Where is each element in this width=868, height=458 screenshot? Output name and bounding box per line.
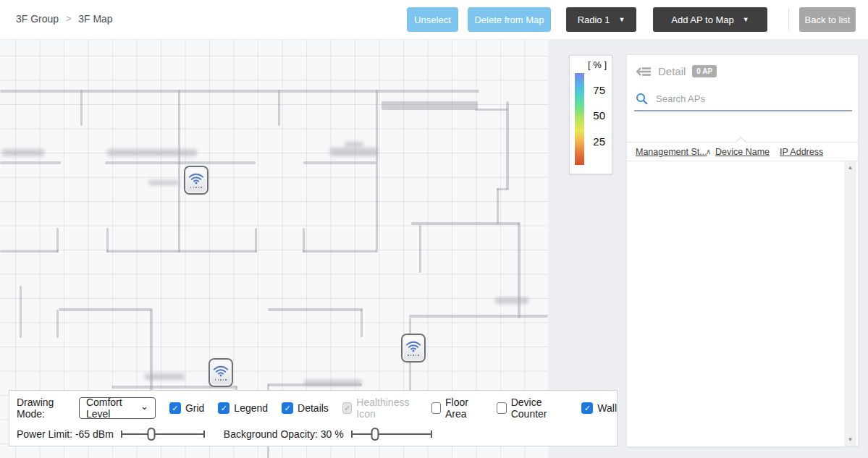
smudge-segment [495, 297, 528, 304]
drawing-mode-value: Comfort Level [86, 396, 140, 420]
smudge-segment [145, 373, 185, 380]
breadcrumb-separator: > [66, 14, 71, 24]
legend-tick-25: 25 [593, 135, 605, 148]
wall-segment [111, 386, 237, 389]
slider-thumb[interactable] [147, 428, 155, 441]
wall-segment [303, 250, 376, 253]
wall-segment [0, 90, 479, 93]
radio-dropdown-label: Radio 1 [578, 14, 610, 25]
wall-segment [361, 308, 363, 337]
slider-track [351, 433, 432, 435]
smudge-segment [345, 142, 363, 147]
delete-from-map-button[interactable]: Delete from Map [468, 7, 551, 32]
slider-track [121, 433, 205, 435]
smudge-segment [330, 148, 378, 156]
drawing-mode-select[interactable]: Comfort Level ⌄ [79, 397, 156, 419]
ap-icon[interactable] [403, 335, 424, 361]
ap-label-dots [408, 355, 420, 356]
wifi-icon [405, 340, 421, 352]
search-underline [634, 110, 852, 111]
scroll-up-icon[interactable]: ▲ [848, 161, 854, 174]
ap-label-dots [215, 379, 227, 381]
wall-segment [0, 161, 61, 164]
slider-end-cap [351, 431, 353, 438]
wall-segment [106, 228, 109, 253]
map-controls-panel: Drawing Mode: Comfort Level ⌄ Grid Legen… [9, 390, 618, 446]
ap-icon[interactable] [185, 167, 207, 193]
back-to-list-button[interactable]: Back to list [799, 7, 856, 32]
checkbox-floor-area[interactable]: Floor Area [431, 396, 484, 420]
unselect-button[interactable]: Unselect [407, 7, 458, 32]
legend-tick-75: 75 [593, 84, 605, 96]
wall-segment [80, 90, 83, 126]
slider-thumb[interactable] [371, 428, 379, 441]
checkbox-label: Legend [234, 402, 268, 414]
checkbox-grid[interactable]: Grid [169, 402, 204, 414]
checkbox-legend[interactable]: Legend [218, 402, 268, 414]
checkbox-wall[interactable]: Wall [581, 402, 617, 414]
search-icon [636, 93, 648, 105]
wall-segment [382, 101, 478, 110]
checkbox-box [342, 402, 352, 414]
collapse-panel-icon[interactable] [636, 66, 652, 77]
header-notch [736, 137, 747, 148]
wall-segment [278, 90, 280, 126]
scroll-down-icon[interactable]: ▼ [848, 433, 854, 446]
checkbox-box [497, 402, 506, 414]
checkbox-details[interactable]: Details [282, 402, 329, 414]
wall-segment [59, 308, 151, 311]
legend-box: [ % ] 75 50 25 [569, 55, 612, 174]
table-header-row: Management St... ∧ Device Name IP Addres… [627, 142, 858, 161]
wall-segment [419, 225, 421, 273]
checkbox-device-counter[interactable]: Device Counter [497, 396, 568, 420]
table-scrollbar[interactable]: ▲ ▼ [844, 161, 856, 446]
ap-label-dots [190, 187, 203, 188]
bg-opacity-slider[interactable] [351, 427, 432, 441]
search-input[interactable] [656, 93, 830, 104]
top-toolbar: 3F Group > 3F Map Unselect Delete from M… [0, 0, 868, 40]
checkbox-label: Grid [185, 402, 204, 414]
bg-opacity-label: Background Opacity: 30 % [224, 428, 344, 440]
add-ap-dropdown[interactable]: Add AP to Map ▼ [653, 7, 767, 32]
column-header-device-name[interactable]: Device Name [715, 147, 770, 157]
checkbox-box [282, 402, 293, 414]
checkbox-box [581, 402, 593, 414]
wall-segment [255, 228, 257, 253]
wall-segment [106, 250, 257, 253]
add-ap-dropdown-label: Add AP to Map [671, 14, 734, 25]
power-limit-slider[interactable] [121, 427, 205, 441]
checkbox-healthiness-icon: Healthiness Icon [342, 396, 418, 420]
slider-end-cap [121, 431, 122, 438]
chevron-down-icon: ⌄ [140, 401, 148, 412]
wall-segment [475, 109, 508, 111]
detail-panel-title: Detail [658, 65, 686, 77]
wall-segment [303, 161, 376, 164]
wall-segment [409, 315, 548, 318]
checkbox-box [169, 402, 181, 414]
ap-icon[interactable] [210, 360, 232, 386]
caret-down-icon: ▼ [618, 16, 625, 23]
ap-count-badge: 0 AP [692, 65, 717, 77]
checkbox-label: Wall [597, 402, 617, 414]
legend-tick-50: 50 [593, 109, 605, 122]
toolbar-divider [788, 9, 789, 30]
smudge-segment [304, 380, 362, 386]
wall-segment [20, 286, 22, 338]
column-header-ip-address[interactable]: IP Address [780, 147, 823, 157]
legend-title: [ % ] [588, 59, 607, 70]
wall-segment [0, 250, 59, 253]
wall-segment [518, 222, 521, 318]
wall-segment [105, 161, 256, 164]
legend-gradient-bar [575, 73, 584, 165]
sort-ascending-icon[interactable]: ∧ [706, 148, 711, 156]
breadcrumb-group[interactable]: 3F Group [16, 13, 59, 25]
radio-dropdown[interactable]: Radio 1 ▼ [566, 7, 636, 32]
checkbox-label: Floor Area [445, 396, 483, 420]
wall-segment [303, 228, 305, 253]
column-header-management-status[interactable]: Management St... [636, 147, 707, 157]
checkbox-box [218, 402, 229, 414]
smudge-segment [148, 180, 179, 185]
caret-down-icon: ▼ [743, 16, 749, 23]
wifi-icon [188, 172, 204, 185]
breadcrumb-page: 3F Map [78, 13, 112, 25]
